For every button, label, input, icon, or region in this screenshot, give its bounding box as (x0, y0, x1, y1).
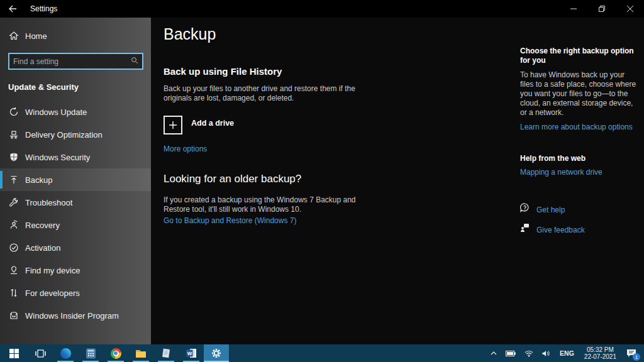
notification-badge: 1 (633, 353, 640, 361)
minimize-icon (570, 6, 577, 12)
window-title: Settings (30, 4, 57, 13)
map-pin-icon (8, 265, 19, 276)
sidebar-section-heading: Update & Security (0, 72, 151, 96)
sidebar-item-label: Troubleshoot (25, 198, 72, 207)
taskbar: W ENG 05:32 PM 22-07-2021 (0, 344, 644, 362)
sidebar-home-label: Home (25, 31, 47, 41)
add-drive-label: Add a drive (191, 119, 234, 128)
wifi-icon (525, 350, 533, 357)
sidebar-item-backup[interactable]: Backup (0, 168, 151, 191)
backup-restore-win7-link[interactable]: Go to Backup and Restore (Windows 7) (164, 216, 296, 225)
tray-date: 22-07-2021 (584, 353, 616, 360)
taskbar-app-chrome[interactable] (103, 344, 128, 362)
taskbar-app-settings[interactable] (204, 344, 229, 362)
file-history-heading: Back up using File History (164, 66, 384, 77)
home-icon (8, 31, 19, 41)
minimize-button[interactable] (559, 0, 587, 18)
tip-heading: Choose the right backup option for you (520, 47, 637, 65)
taskbar-app-notepad[interactable] (153, 344, 179, 362)
system-tray: ENG 05:32 PM 22-07-2021 1 (486, 344, 644, 362)
delivery-icon (8, 129, 19, 140)
insider-icon (8, 310, 19, 321)
task-view-button[interactable] (28, 344, 53, 362)
sidebar-item-home[interactable]: Home (0, 25, 151, 47)
older-backup-description: If you created a backup using the Window… (164, 195, 374, 214)
chevron-up-icon (491, 351, 497, 355)
tray-wifi-button[interactable] (520, 344, 538, 362)
sidebar-item-windows-update[interactable]: Windows Update (0, 101, 151, 123)
get-help-icon (520, 203, 530, 212)
file-history-description: Back up your files to another drive and … (164, 84, 374, 103)
mapping-network-drive-link[interactable]: Mapping a network drive (520, 168, 602, 177)
restore-button[interactable] (587, 0, 616, 18)
sidebar-item-troubleshoot[interactable]: Troubleshoot (0, 191, 151, 214)
tray-battery-button[interactable] (501, 344, 520, 362)
gear-icon (211, 348, 222, 359)
check-circle-icon (8, 243, 19, 253)
file-explorer-icon (135, 349, 147, 358)
sidebar-item-delivery-optimization[interactable]: Delivery Optimization (0, 123, 151, 146)
more-options-link[interactable]: More options (164, 145, 207, 153)
dev-tools-icon (8, 288, 19, 299)
calculator-icon (86, 348, 96, 359)
titlebar: Settings (0, 0, 644, 18)
close-icon (627, 6, 633, 12)
help-from-web-heading: Help from the web (520, 154, 637, 163)
taskbar-app-calculator[interactable] (78, 344, 103, 362)
recovery-icon (8, 220, 19, 231)
shield-icon (8, 152, 19, 163)
close-button[interactable] (616, 0, 644, 18)
search-input[interactable] (13, 57, 131, 66)
tip-body: To have Windows back up your files to a … (520, 70, 637, 118)
sidebar-item-activation[interactable]: Activation (0, 236, 151, 259)
main-content: Backup Back up using File History Back u… (151, 18, 644, 344)
aside-panel: Choose the right backup option for you T… (520, 47, 637, 234)
feedback-icon (520, 223, 530, 233)
sidebar-item-windows-security[interactable]: Windows Security (0, 146, 151, 168)
taskbar-app-edge[interactable] (53, 344, 78, 362)
sidebar-item-windows-insider[interactable]: Windows Insider Program (0, 304, 151, 327)
sidebar-item-for-developers[interactable]: For developers (0, 282, 151, 304)
upload-icon (8, 175, 19, 185)
back-button[interactable] (0, 0, 25, 18)
sync-icon (8, 107, 19, 118)
windows-logo-icon (9, 349, 19, 358)
sidebar-item-label: For developers (25, 288, 80, 298)
action-center-button[interactable]: 1 (621, 344, 644, 362)
sidebar-item-recovery[interactable]: Recovery (0, 214, 151, 236)
sidebar-nav: Windows Update Delivery Optimization Win… (0, 101, 151, 327)
task-view-icon (35, 349, 46, 358)
add-drive-button[interactable]: Add a drive (164, 116, 384, 134)
plus-icon (164, 116, 182, 134)
taskbar-app-file-explorer[interactable] (128, 344, 153, 362)
notepad-icon (161, 348, 171, 358)
sidebar: Home Update & Security Windows Update De… (0, 18, 151, 344)
page-title: Backup (164, 25, 384, 43)
search-box[interactable] (8, 53, 143, 70)
sidebar-item-label: Windows Security (25, 153, 90, 162)
sidebar-item-find-my-device[interactable]: Find my device (0, 259, 151, 282)
older-backup-heading: Looking for an older backup? (164, 173, 384, 185)
word-icon: W (186, 348, 197, 358)
speaker-icon (542, 350, 550, 357)
get-help-label: Get help (536, 206, 565, 214)
give-feedback-label: Give feedback (536, 226, 585, 234)
tray-volume-button[interactable] (538, 344, 555, 362)
taskbar-app-word[interactable]: W (179, 344, 204, 362)
sidebar-item-label: Activation (25, 243, 60, 253)
sidebar-item-label: Windows Update (25, 107, 87, 117)
tray-time: 05:32 PM (584, 346, 616, 353)
battery-icon (506, 351, 516, 356)
sidebar-item-label: Delivery Optimization (25, 130, 103, 140)
sidebar-item-label: Backup (25, 175, 52, 185)
svg-text:W: W (187, 351, 192, 356)
search-icon[interactable] (131, 57, 138, 66)
tray-language-button[interactable]: ENG (555, 344, 579, 362)
tray-chevron-button[interactable] (486, 344, 501, 362)
give-feedback-button[interactable]: Give feedback (520, 221, 637, 234)
learn-more-link[interactable]: Learn more about backup options (520, 123, 633, 131)
wrench-icon (8, 197, 19, 208)
tray-clock-button[interactable]: 05:32 PM 22-07-2021 (579, 344, 621, 362)
get-help-button[interactable]: Get help (520, 200, 637, 214)
start-button[interactable] (0, 344, 28, 362)
